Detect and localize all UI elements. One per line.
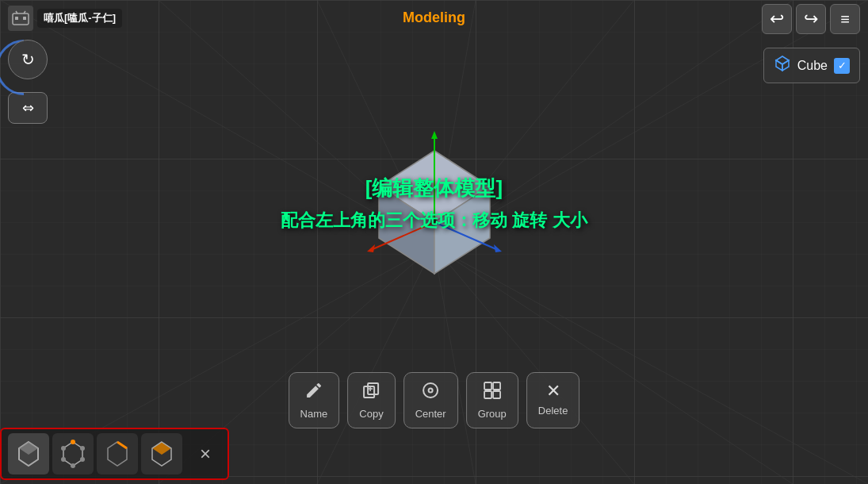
vertex-mode-button[interactable] — [52, 433, 94, 474]
close-button[interactable]: × — [189, 438, 221, 470]
svg-rect-34 — [364, 386, 374, 398]
svg-rect-41 — [493, 382, 500, 390]
object-panel: Cube ✓ — [763, 48, 860, 83]
svg-marker-55 — [152, 442, 171, 455]
delete-label: Delete — [538, 405, 568, 417]
redo-button[interactable]: ↪ — [796, 4, 826, 34]
center-button[interactable]: Center — [403, 372, 458, 428]
undo-button[interactable]: ↩ — [762, 4, 792, 34]
svg-marker-22 — [367, 244, 375, 252]
svg-point-39 — [429, 389, 433, 393]
object-mode-button[interactable] — [8, 433, 49, 474]
pencil-icon — [304, 381, 323, 405]
flip-button[interactable]: ⇔ — [8, 92, 48, 124]
copy-button[interactable]: Copy — [347, 372, 395, 428]
name-label: Name — [300, 408, 328, 420]
svg-rect-40 — [484, 382, 491, 390]
svg-marker-24 — [494, 244, 502, 252]
viewport[interactable]: 嘻瓜[嗑瓜-子仁] Modeling ↩ ↪ ≡ ↻ ⇔ — [0, 0, 868, 484]
bottom-toolbar: Name Copy Center — [289, 372, 580, 428]
svg-marker-45 — [19, 442, 38, 455]
copy-label: Copy — [359, 408, 383, 420]
delete-icon: ✕ — [546, 381, 560, 401]
svg-marker-31 — [776, 56, 789, 64]
svg-point-52 — [61, 446, 66, 451]
cube-icon — [774, 55, 791, 76]
group-label: Group — [478, 408, 507, 420]
title-area: 嘻瓜[嗑瓜-子仁] — [0, 6, 130, 31]
svg-rect-42 — [484, 391, 491, 398]
face-mode-button[interactable] — [141, 433, 182, 474]
close-icon: × — [200, 443, 211, 465]
channel-title: 嘻瓜[嗑瓜-子仁] — [44, 11, 116, 25]
svg-marker-33 — [782, 60, 789, 71]
center-line1: [编辑整体模型] — [281, 175, 587, 202]
left-controls: ↻ ⇔ — [8, 40, 48, 124]
cube-label: Cube — [797, 59, 828, 73]
mode-label: Modeling — [403, 10, 465, 26]
group-button[interactable]: Group — [466, 372, 518, 428]
menu-button[interactable]: ≡ — [830, 4, 860, 34]
svg-point-47 — [71, 440, 75, 444]
delete-button[interactable]: ✕ Delete — [526, 372, 580, 428]
svg-rect-30 — [23, 17, 26, 20]
svg-point-38 — [423, 383, 438, 398]
svg-line-54 — [117, 442, 127, 448]
svg-marker-32 — [776, 60, 782, 71]
svg-marker-46 — [63, 442, 82, 466]
svg-point-51 — [61, 457, 66, 462]
name-button[interactable]: Name — [289, 372, 340, 428]
svg-point-48 — [80, 446, 85, 451]
edge-mode-button[interactable] — [97, 433, 138, 474]
rotate-button[interactable]: ↻ — [8, 40, 48, 79]
top-bar: 嘻瓜[嗑瓜-子仁] Modeling ↩ ↪ ≡ — [0, 0, 868, 36]
center-label: Center — [415, 408, 446, 420]
group-icon — [483, 381, 502, 405]
cube-checkbox[interactable]: ✓ — [834, 58, 850, 74]
svg-point-50 — [71, 463, 75, 468]
center-line2: 配合左上角的三个选项：移动 旋转 大小 — [281, 209, 587, 232]
center-text-overlay: [编辑整体模型] 配合左上角的三个选项：移动 旋转 大小 — [281, 175, 587, 232]
svg-rect-29 — [15, 17, 18, 20]
copy-icon — [361, 381, 380, 405]
svg-rect-43 — [493, 391, 500, 398]
bottom-modes-panel: × — [0, 428, 229, 480]
svg-point-49 — [80, 457, 85, 462]
svg-marker-20 — [431, 131, 438, 139]
center-icon — [421, 381, 440, 405]
bili-icon: 嘻瓜[嗑瓜-子仁] — [8, 6, 122, 31]
top-right-controls: ↩ ↪ ≡ — [762, 4, 860, 34]
